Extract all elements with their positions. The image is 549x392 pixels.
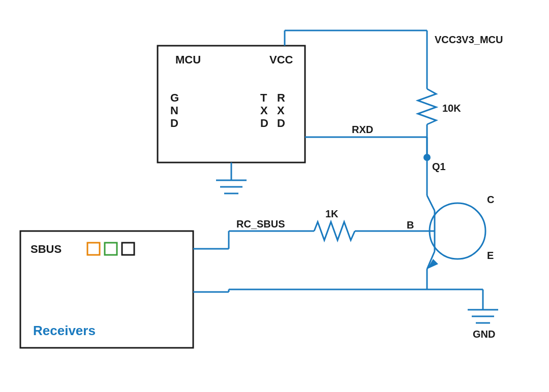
rxd-x: X [277, 104, 285, 117]
gnd-g: G [170, 91, 179, 104]
emitter-label: E [487, 250, 494, 261]
receivers-label: Receivers [33, 323, 96, 338]
gnd-label: GND [473, 329, 495, 340]
q1-label: Q1 [432, 161, 446, 172]
svg-line-13 [427, 195, 435, 211]
resistor-10k-label: 10K [442, 103, 461, 114]
gnd-d: D [170, 117, 178, 129]
txd-t: T [260, 91, 267, 104]
rxd-d: D [277, 117, 285, 129]
collector-label: C [487, 194, 494, 205]
rxd-label: RXD [352, 124, 373, 135]
vcc-label: VCC [269, 53, 293, 66]
vcc3v3-label: VCC3V3_MCU [435, 34, 503, 45]
txd-x: X [260, 104, 268, 117]
rc-sbus-label: RC_SBUS [236, 218, 285, 230]
gnd-n: N [170, 104, 178, 117]
base-label: B [407, 219, 414, 231]
mcu-label: MCU [175, 53, 201, 66]
txd-d: D [260, 117, 268, 129]
resistor-1k-label: 1K [325, 208, 339, 219]
transistor-body [430, 203, 485, 259]
sbus-label: SBUS [30, 243, 62, 255]
rxd-r: R [277, 91, 285, 104]
